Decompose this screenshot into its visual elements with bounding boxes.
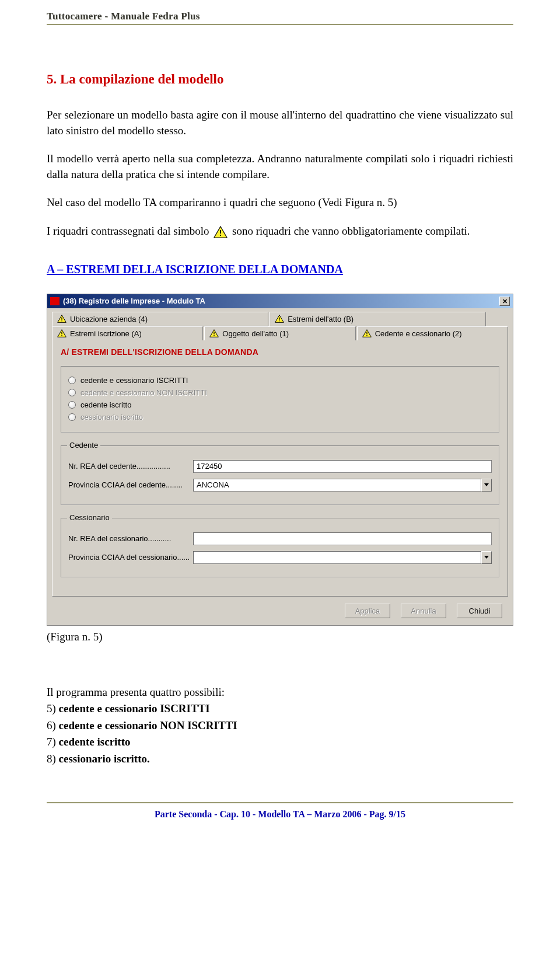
radio-group: cedente e cessionario ISCRITTI cedente e… xyxy=(61,366,499,433)
svg-rect-2 xyxy=(220,235,221,236)
svg-rect-13 xyxy=(214,332,215,335)
radio-non-iscritti[interactable] xyxy=(68,389,76,396)
label-prov-cedente: Provincia CCIAA del cedente........ xyxy=(68,480,191,489)
radio-label: cedente iscritto xyxy=(80,400,131,409)
p4-before: I riquadri contrassegnati dal simbolo xyxy=(47,225,212,237)
radio-cedente-iscritto[interactable] xyxy=(68,401,76,409)
combo-prov-cedente[interactable]: ANCONA xyxy=(193,479,481,492)
warning-icon xyxy=(362,329,372,337)
warning-icon xyxy=(275,315,284,323)
svg-rect-1 xyxy=(220,230,221,234)
label-rea-cedente: Nr. REA del cedente................ xyxy=(68,462,191,471)
legend-cedente: Cedente xyxy=(67,441,100,450)
list-item: 8) cessionario iscritto. xyxy=(47,751,513,768)
svg-rect-11 xyxy=(61,335,62,336)
legend-cessionario: Cessionario xyxy=(67,513,112,522)
cancel-button[interactable]: Annulla xyxy=(401,604,446,618)
tab-label: Ubicazione azienda (4) xyxy=(70,315,148,323)
running-head: Tuttocamere - Manuale Fedra Plus xyxy=(47,11,200,22)
list-item: 5) cedente e cessionario ISCRITTI xyxy=(47,701,513,717)
list-intro: Il programma presenta quattro possibili: xyxy=(47,684,513,701)
apply-button[interactable]: Applica xyxy=(345,604,390,618)
list-item: 6) cedente e cessionario NON ISCRITTI xyxy=(47,717,513,734)
svg-rect-4 xyxy=(61,318,62,320)
paragraph-4: I riquadri contrassegnati dal simbolo so… xyxy=(47,224,513,239)
svg-rect-16 xyxy=(366,332,367,335)
section-title: 5. La compilazione del modello xyxy=(47,72,513,87)
radio-iscritti[interactable] xyxy=(68,377,76,384)
tab-oggetto-atto[interactable]: Oggetto dell'atto (1) xyxy=(204,326,355,340)
svg-rect-10 xyxy=(61,332,62,335)
chevron-down-icon[interactable] xyxy=(481,551,492,564)
list-item: 7) cedente iscritto xyxy=(47,734,513,751)
window-title: (38) Registro delle Imprese - Modulo TA xyxy=(63,297,496,305)
svg-rect-17 xyxy=(366,335,367,336)
tab-label: Estremi dell'atto (B) xyxy=(288,315,354,323)
paragraph-2: Il modello verrà aperto nella sua comple… xyxy=(47,151,513,182)
close-button[interactable]: Chiudi xyxy=(457,604,502,618)
svg-rect-7 xyxy=(279,318,279,320)
input-rea-cessionario[interactable] xyxy=(193,532,492,545)
app-icon xyxy=(50,297,60,305)
radio-label: cessionario iscritto xyxy=(80,413,143,421)
titlebar: (38) Registro delle Imprese - Modulo TA … xyxy=(47,294,513,308)
svg-marker-19 xyxy=(484,556,489,559)
page-footer: Parte Seconda - Cap. 10 - Modello TA – M… xyxy=(0,809,560,834)
paragraph-1: Per selezionare un modello basta agire c… xyxy=(47,107,513,138)
form-heading: A/ ESTREMI DELL'ISCRIZIONE DELLA DOMANDA xyxy=(61,347,499,357)
header-rule xyxy=(47,24,513,25)
paragraph-3: Nel caso del modello TA compariranno i q… xyxy=(47,195,513,211)
warning-icon xyxy=(57,315,66,323)
warning-icon xyxy=(57,329,66,337)
svg-rect-5 xyxy=(61,320,62,321)
p4-after: sono riquadri che vanno obbligatoriament… xyxy=(232,225,470,237)
tab-label: Cedente e cessionario (2) xyxy=(375,329,462,338)
svg-rect-8 xyxy=(279,320,279,321)
app-window: (38) Registro delle Imprese - Modulo TA … xyxy=(47,294,513,626)
footer-rule xyxy=(47,802,513,803)
group-cessionario: Cessionario Nr. REA del cessionario.....… xyxy=(61,518,499,577)
chevron-down-icon[interactable] xyxy=(481,479,492,492)
radio-cessionario-iscritto[interactable] xyxy=(68,413,76,421)
close-icon[interactable]: ✕ xyxy=(499,297,510,306)
label-prov-cessionario: Provincia CCIAA del cessionario...... xyxy=(68,553,191,562)
tab-label: Oggetto dell'atto (1) xyxy=(222,329,289,338)
figure-caption: (Figura n. 5) xyxy=(47,630,513,643)
radio-label: cedente e cessionario NON ISCRITTI xyxy=(80,388,207,397)
label-rea-cessionario: Nr. REA del cessionario........... xyxy=(68,534,191,543)
input-rea-cedente[interactable]: 172450 xyxy=(193,460,492,473)
subsection-heading: A – ESTREMI DELLA ISCRIZIONE DELLA DOMAN… xyxy=(47,263,513,276)
tab-estremi-atto[interactable]: Estremi dell'atto (B) xyxy=(270,312,486,326)
combo-prov-cessionario[interactable] xyxy=(193,551,481,564)
tab-estremi-iscrizione[interactable]: Estremi iscrizione (A) xyxy=(52,326,203,340)
tab-cedente-cessionario[interactable]: Cedente e cessionario (2) xyxy=(357,326,508,340)
svg-marker-18 xyxy=(484,483,489,486)
group-cedente: Cedente Nr. REA del cedente.............… xyxy=(61,445,499,505)
warning-icon xyxy=(209,329,219,337)
tab-label: Estremi iscrizione (A) xyxy=(70,329,142,338)
radio-label: cedente e cessionario ISCRITTI xyxy=(80,376,188,385)
tab-ubicazione[interactable]: Ubicazione azienda (4) xyxy=(52,312,268,326)
svg-rect-14 xyxy=(214,335,215,336)
warning-icon xyxy=(214,226,228,239)
